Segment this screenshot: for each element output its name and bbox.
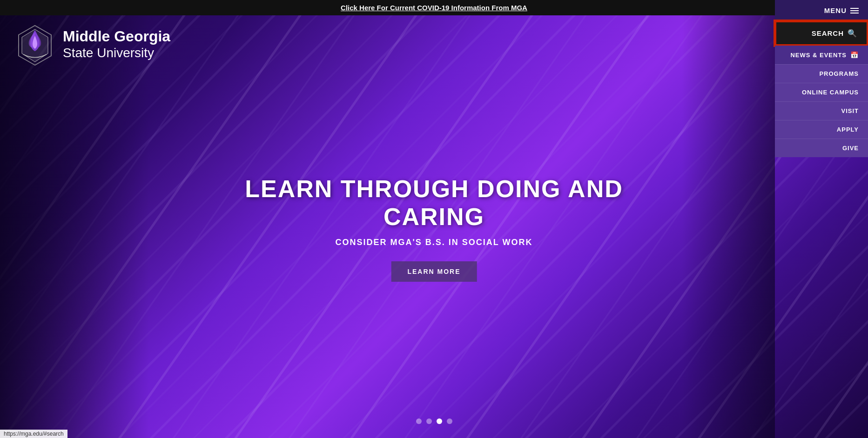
apply-button[interactable]: APPLY (775, 120, 868, 139)
university-name-line1: Middle Georgia (63, 27, 170, 45)
search-label: SEARCH (812, 29, 844, 37)
menu-button[interactable]: MENU (775, 0, 868, 21)
online-campus-button[interactable]: ONLINE CAMPUS (775, 83, 868, 101)
give-button[interactable]: GIVE (775, 139, 868, 157)
visit-button[interactable]: VISIT (775, 101, 868, 120)
online-campus-label: ONLINE CAMPUS (802, 89, 859, 96)
carousel-dot-1[interactable] (416, 418, 422, 424)
university-name-line2: State University (63, 45, 170, 61)
carousel-dot-4[interactable] (447, 418, 452, 424)
give-label: GIVE (842, 145, 859, 152)
hero-content: LEARN THROUGH DOING AND CARING CONSIDER … (217, 175, 651, 282)
hero-subheadline: CONSIDER MGA'S B.S. IN SOCIAL WORK (217, 238, 651, 247)
university-logo-icon (14, 21, 56, 67)
programs-button[interactable]: PROGRAMS (775, 64, 868, 83)
alert-link[interactable]: Click Here For Current COVID-19 Informat… (0, 0, 868, 15)
apply-label: APPLY (837, 126, 859, 133)
carousel-dot-3[interactable] (437, 418, 442, 424)
programs-label: PROGRAMS (819, 70, 859, 77)
status-url: https://mga.edu/#search (4, 431, 64, 437)
alert-bar: Click Here For Current COVID-19 Informat… (0, 0, 868, 15)
hamburger-icon (850, 8, 859, 13)
header: Middle Georgia State University (0, 16, 868, 72)
news-events-label: NEWS & EVENTS (790, 52, 847, 59)
calendar-icon: 📅 (850, 51, 859, 59)
visit-label: VISIT (841, 107, 859, 114)
hero-headline: LEARN THROUGH DOING AND CARING (217, 175, 651, 231)
search-icon: 🔍 (848, 29, 857, 38)
logo-area[interactable]: Middle Georgia State University (0, 21, 170, 67)
carousel-dot-2[interactable] (426, 418, 432, 424)
university-name: Middle Georgia State University (63, 27, 170, 61)
search-button[interactable]: SEARCH 🔍 (775, 21, 868, 46)
right-nav: MENU SEARCH 🔍 NEWS & EVENTS 📅 PROGRAMS O… (775, 0, 868, 157)
news-events-button[interactable]: NEWS & EVENTS 📅 (775, 46, 868, 64)
menu-label: MENU (824, 7, 847, 14)
status-bar: https://mga.edu/#search (0, 430, 67, 438)
carousel-dots (416, 418, 452, 424)
hero-cta-button[interactable]: LEARN MORE (391, 261, 477, 282)
